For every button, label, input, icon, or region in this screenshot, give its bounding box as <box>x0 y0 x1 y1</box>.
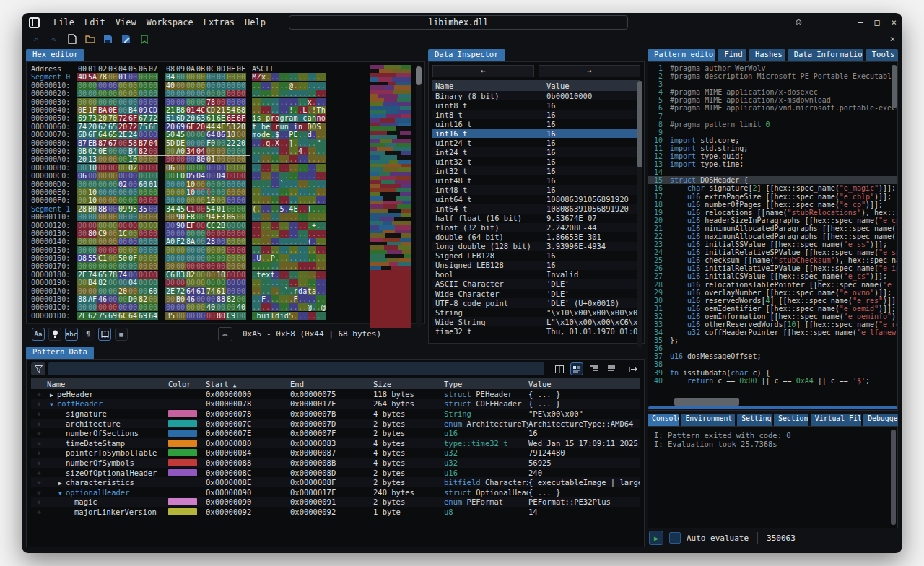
hex-byte-cell[interactable]: 54 <box>226 106 236 114</box>
hex-byte-cell[interactable]: 00 <box>206 262 216 270</box>
console-scrollbar-thumb[interactable] <box>891 430 896 525</box>
hex-byte-cell[interactable]: 65 <box>108 131 118 139</box>
hex-byte-cell[interactable]: 34 <box>186 147 196 155</box>
hex-byte-cell[interactable]: 00 <box>108 73 118 81</box>
hex-byte-cell[interactable]: 00 <box>138 164 148 172</box>
inspector-row[interactable]: uint32_t16 <box>432 157 640 166</box>
hex-byte-cell[interactable]: 00 <box>216 230 226 238</box>
hex-byte-cell[interactable]: 00 <box>216 303 226 311</box>
hex-byte-cell[interactable]: 00 <box>196 238 206 245</box>
inspector-row[interactable]: time32_tThu, 01.01.1970 01:00:16 <box>432 326 640 336</box>
hex-byte-cell[interactable]: 00 <box>196 279 206 287</box>
hex-byte-cell[interactable]: 00 <box>108 246 118 254</box>
inspector-scrollbar-thumb[interactable] <box>637 81 642 167</box>
case-toggle-button[interactable]: Aa <box>32 328 45 341</box>
hex-byte-cell[interactable]: 20 <box>97 114 108 122</box>
hex-byte-cell[interactable]: 94 <box>206 213 216 221</box>
hex-byte-cell[interactable]: 00 <box>165 213 175 221</box>
hex-byte-cell[interactable]: 00 <box>175 303 186 311</box>
ascii-cell[interactable]: . <box>321 246 326 254</box>
hex-byte-cell[interactable]: 00 <box>108 172 118 180</box>
hex-byte-cell[interactable]: 10 <box>128 155 138 163</box>
hex-byte-cell[interactable]: 00 <box>165 90 175 97</box>
table-row[interactable]: ☆pointerToSymbolTable0x000000840x0000008… <box>31 448 640 458</box>
console-tab-virtual-file-[interactable]: Virtual File… <box>811 414 861 426</box>
hex-byte-cell[interactable]: EF <box>186 222 196 230</box>
bookmark-icon[interactable] <box>139 34 149 45</box>
hex-byte-cell[interactable]: 00 <box>87 238 97 245</box>
menu-file[interactable]: File <box>48 16 79 29</box>
hex-byte-cell[interactable]: 00 <box>128 230 138 238</box>
hex-byte-cell[interactable]: 00 <box>148 90 158 97</box>
hex-byte-cell[interactable]: 00 <box>108 196 118 204</box>
hex-byte-cell[interactable]: 00 <box>118 262 128 270</box>
hex-byte-cell[interactable]: 06 <box>77 172 87 180</box>
hex-byte-cell[interactable]: 00 <box>206 147 216 155</box>
hex-byte-cell[interactable]: 00 <box>108 230 118 238</box>
hex-byte-cell[interactable]: 00 <box>138 98 148 106</box>
inspector-back-button[interactable]: ← <box>432 65 534 77</box>
table-row[interactable]: ☆timeDateStamp0x000000800x000000834 byte… <box>31 438 640 448</box>
hex-byte-cell[interactable]: 4D <box>77 73 87 81</box>
ascii-cell[interactable]: o <box>321 114 326 122</box>
hex-byte-cell[interactable]: B7 <box>77 139 87 147</box>
hex-byte-cell[interactable]: 0E <box>77 106 87 114</box>
hex-byte-cell[interactable]: 75 <box>97 312 108 320</box>
hex-byte-cell[interactable]: 00 <box>226 155 236 163</box>
hex-byte-cell[interactable]: 2E <box>118 131 128 139</box>
hex-byte-cell[interactable]: 00 <box>77 279 87 287</box>
hex-byte-cell[interactable]: 72 <box>118 114 128 122</box>
inspector-row[interactable]: int16_t16 <box>432 129 640 138</box>
hex-byte-cell[interactable]: 00 <box>206 164 216 172</box>
hex-byte-cell[interactable]: 5D <box>165 139 175 147</box>
hex-byte-cell[interactable]: 86 <box>216 131 226 139</box>
hex-byte-cell[interactable]: 00 <box>186 139 196 147</box>
menu-help[interactable]: Help <box>240 16 271 29</box>
hex-byte-cell[interactable]: 00 <box>236 287 246 295</box>
hex-byte-cell[interactable]: 00 <box>175 155 186 163</box>
hex-byte-cell[interactable]: 00 <box>138 246 148 254</box>
hex-byte-cell[interactable]: 00 <box>148 147 158 155</box>
hex-byte-cell[interactable]: 00 <box>108 222 118 230</box>
hex-byte-cell[interactable]: 01 <box>206 155 216 163</box>
hex-byte-cell[interactable]: 00 <box>97 164 108 172</box>
hex-byte-cell[interactable]: 00 <box>148 295 158 303</box>
maximize-button[interactable]: □ <box>875 17 880 27</box>
pattern-editor-code[interactable]: 1#pragma author WerWolv2#pragma descript… <box>648 61 898 411</box>
hex-scrollbar-thumb[interactable] <box>416 66 422 85</box>
hex-byte-cell[interactable]: 00 <box>196 139 206 147</box>
hex-byte-cell[interactable]: 44 <box>206 123 216 131</box>
hex-byte-cell[interactable]: 00 <box>206 271 216 279</box>
filter-funnel-icon[interactable] <box>31 362 45 375</box>
hex-byte-cell[interactable]: 00 <box>138 230 148 238</box>
hex-byte-cell[interactable]: 69 <box>108 312 118 320</box>
hex-byte-cell[interactable]: 10 <box>186 180 196 188</box>
hex-byte-cell[interactable]: 00 <box>148 213 158 221</box>
hex-byte-cell[interactable]: B0 <box>87 205 97 213</box>
hex-byte-cell[interactable]: 64 <box>128 312 138 320</box>
hex-byte-cell[interactable]: 00 <box>236 312 246 320</box>
table-row[interactable]: ☆magic0x000000900x000000912 bytesenum PE… <box>31 497 640 508</box>
hex-byte-cell[interactable]: 00 <box>165 196 175 204</box>
hex-byte-cell[interactable]: 00 <box>206 254 216 262</box>
hex-byte-cell[interactable]: 00 <box>148 205 158 213</box>
hex-byte-cell[interactable]: 00 <box>206 180 216 188</box>
hex-byte-cell[interactable]: 0E <box>108 106 118 114</box>
save-icon[interactable] <box>103 34 113 45</box>
feedback-smiley-icon[interactable]: ☺ <box>796 17 801 28</box>
ascii-cell[interactable]: . <box>321 147 326 155</box>
favorite-star-icon[interactable]: ☆ <box>31 430 47 437</box>
inspector-row[interactable]: uint16_t16 <box>432 119 640 129</box>
hex-byte-cell[interactable]: 00 <box>118 196 128 204</box>
ascii-cell[interactable]: . <box>321 82 326 90</box>
open-folder-icon[interactable] <box>84 34 95 45</box>
hex-byte-cell[interactable]: 90 <box>175 222 186 230</box>
inspector-row[interactable]: int24_t16 <box>432 147 640 157</box>
hex-byte-cell[interactable]: 00 <box>118 222 128 230</box>
hex-byte-cell[interactable]: 6F <box>87 131 97 139</box>
hex-byte-cell[interactable]: 00 <box>236 180 246 188</box>
ascii-cell[interactable]: . <box>321 295 326 303</box>
hex-byte-cell[interactable]: 00 <box>97 82 108 90</box>
hex-byte-cell[interactable]: 45 <box>175 205 186 213</box>
hex-byte-cell[interactable]: 40 <box>206 303 216 311</box>
